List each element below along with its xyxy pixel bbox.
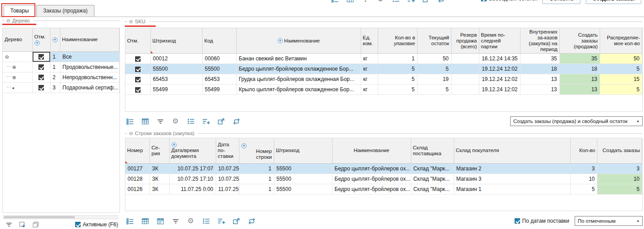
checkbox-icon[interactable] [515,218,520,224]
table-view-button[interactable] [345,0,355,4]
sku-mark-cell[interactable] [125,64,150,74]
tree-col-name[interactable]: Наименование [60,28,119,51]
filter-circle-icon[interactable] [52,37,58,42]
filter-button[interactable] [171,216,180,226]
sku-col-unit[interactable]: Ед. изм. [361,28,378,54]
orders-col-name[interactable]: Наименование [332,138,411,163]
refresh-button[interactable] [231,116,241,126]
tree-expand-cell[interactable]: ⊕ [3,72,32,82]
list-details-button[interactable] [125,116,135,126]
checkbox-icon[interactable] [135,67,141,72]
scrollbar-thumb[interactable] [4,216,75,218]
tree-expand-cell[interactable]: ● [3,82,32,93]
sku-col-reserve[interactable]: Резерв продажа (всего) [451,28,479,54]
refresh-button[interactable] [247,216,256,226]
filter-button[interactable] [4,220,14,229]
tree-row[interactable]: ⊕ 2 Непродовольственн... [3,72,119,82]
orders-col-series[interactable]: Се-рия [149,138,169,163]
sku-col-barcode[interactable]: Штрихкод [150,28,202,54]
tree-expand-cell[interactable]: ⊕ [3,62,32,72]
checkbox-icon[interactable] [38,64,44,70]
sku-row[interactable]: 65453 65453 Грудка цыплят-бройлеров охла… [125,74,642,85]
order-row[interactable]: 00128 ЗК 10.07.25 17:10 10.07.25 1 55500… [125,174,642,184]
create-mode-dropdown[interactable]: Создать заказы (продажа) и свободный ост… [510,116,643,126]
sku-col-internal[interactable]: Внутренних за-казов (закупка) на период [520,28,559,54]
tree-row[interactable]: ⊕ 1 Продовольственные... [3,62,119,72]
add-list-button[interactable] [406,0,416,4]
marked-dropdown[interactable]: По отмеченным ▼ [575,216,643,226]
sku-mark-cell[interactable] [125,54,150,64]
checkbox-icon[interactable] [38,85,44,90]
sku-mark-cell[interactable] [125,85,150,95]
tab-goods[interactable]: Товары [4,5,35,17]
tree-mark-cell[interactable] [32,82,50,93]
sku-col-create[interactable]: Создать заказы (продажа) [559,28,600,54]
sku-col-code[interactable]: Код [202,28,236,54]
checkbox-icon[interactable] [135,77,141,82]
bullet-list-button[interactable] [391,0,401,4]
order-row[interactable]: 00126 ЗК 11.07.25 0:00 11.07.25 1 55500 … [125,184,642,194]
create-orders-button[interactable]: Создать заказы [586,0,641,4]
orders-col-buyer-wh[interactable]: Склад покупателя [454,138,571,163]
table-view-button[interactable] [140,116,150,126]
filter-button[interactable] [155,116,165,126]
orders-col-qty[interactable]: Кол-во [571,138,597,163]
tree-mark-cell[interactable] [32,51,50,62]
filter-circle-icon[interactable] [277,38,283,43]
orders-col-supplier-wh[interactable]: Склад поставщика [411,138,454,163]
sku-mark-cell[interactable] [125,74,150,85]
filter-circle-icon[interactable] [171,142,177,148]
sku-col-name[interactable]: Наименование [236,28,361,54]
free-stock-checkbox[interactable]: Свободный остаток [481,0,537,2]
expand-node-icon[interactable]: ⊕ [12,64,16,70]
tree-mark-cell[interactable] [32,62,50,72]
tree-col-mark[interactable]: Отм. [32,28,50,51]
export-button[interactable] [421,0,431,4]
calendar-button[interactable] [155,216,165,226]
tree-col-tree[interactable]: Дерево [3,28,32,51]
refresh-button[interactable] [436,0,446,4]
sku-col-mark[interactable]: Отм. [125,28,150,54]
orders-col-doc-datetime[interactable]: Дата/время документа [169,138,216,163]
filter-button[interactable] [360,0,370,4]
settings-button[interactable]: ⚙ [186,216,196,226]
horizontal-scrollbar[interactable] [3,215,118,219]
orders-col-barcode[interactable]: Штрихкод [274,138,332,163]
export-button[interactable] [216,116,226,126]
orders-col-line-number[interactable]: Номер строки [239,138,274,163]
sku-col-pack[interactable]: Кол-во в упаковке [378,28,417,54]
add-square-button[interactable] [17,220,27,229]
tree-row[interactable]: ⊖ 1 Все [3,51,119,62]
filter-circle-icon[interactable] [241,143,247,148]
sku-row[interactable]: 00012 00060 Банан свежий вес Витамин кг … [125,54,642,64]
checkbox-icon[interactable] [38,75,44,80]
checkbox-icon[interactable] [38,54,44,59]
bullet-list-button[interactable] [186,116,196,126]
orders-col-number[interactable]: Номер [125,138,149,163]
export-button[interactable] [231,216,241,226]
add-list-button[interactable] [216,216,226,226]
settings-button[interactable]: ⚙ [171,116,180,126]
settings-button[interactable]: ⚙ [375,0,385,4]
collapse-node-icon[interactable]: ⊖ [5,54,9,59]
active-f6-checkbox[interactable]: Активные (F6) [75,221,118,228]
add-list-button[interactable] [201,116,211,126]
tab-sales-orders[interactable]: Заказы (продажа) [36,5,94,17]
collapse-icon[interactable]: ⊖ [129,131,133,136]
expand-node-icon[interactable]: ⊕ [12,75,16,80]
collapse-icon[interactable]: ⊖ [6,18,10,23]
tree-col-num[interactable] [50,28,60,51]
sku-row[interactable]: 55499 55499 Крыло цыплят-бройлеров охлаж… [125,85,642,95]
checkbox-icon[interactable] [135,56,141,62]
table-view-button[interactable] [140,216,150,226]
checkbox-icon[interactable] [135,87,141,93]
filter-circle-icon[interactable] [34,40,40,46]
list-details-button[interactable] [125,216,135,226]
tree-expand-cell[interactable]: ⊖ [3,51,32,62]
tree-row[interactable]: ● 3 Подарочный сертиф... [3,82,119,93]
orders-col-create[interactable]: Создать заказы [597,138,642,163]
sku-col-distribute[interactable]: Распределяе-мое кол-во [600,28,642,54]
refresh-data-button[interactable]: Обновить [542,0,580,4]
copy-squares-button[interactable] [31,220,41,229]
delivery-dates-checkbox[interactable]: По датам поставки [515,218,569,224]
